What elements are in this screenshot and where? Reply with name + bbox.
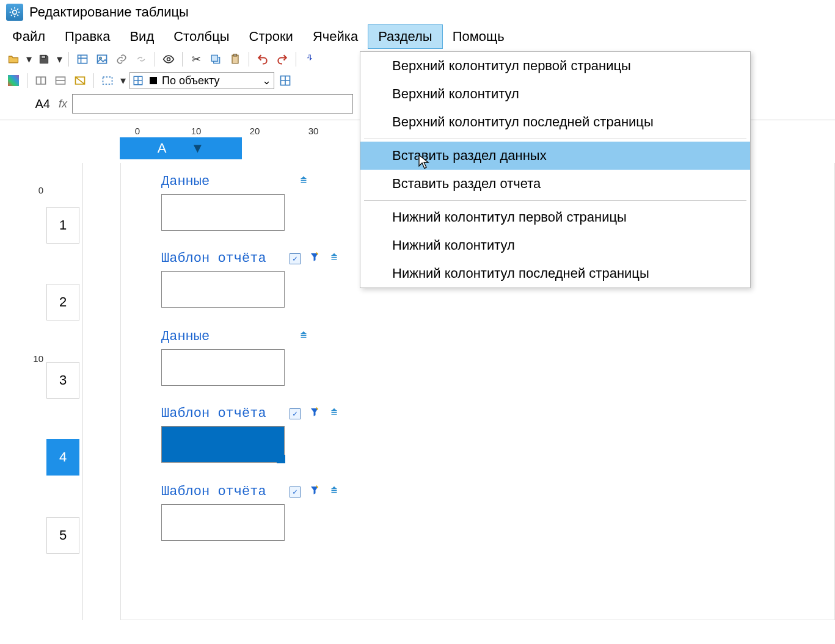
grid-toggle-icon[interactable] (277, 73, 294, 89)
row-number[interactable]: 2 (46, 284, 79, 320)
split-cells-icon[interactable] (52, 73, 69, 89)
border-style-icon[interactable] (99, 73, 116, 89)
cell[interactable] (161, 504, 285, 541)
cell[interactable] (161, 426, 285, 463)
section-title: Шаблон отчёта (161, 406, 290, 421)
svg-rect-2 (78, 55, 87, 63)
download-icon[interactable] (301, 51, 318, 67)
menu-rows[interactable]: Строки (239, 25, 303, 48)
section-title: Данные (161, 174, 290, 189)
vertical-ruler: 010 (30, 163, 46, 620)
row-number[interactable]: 5 (46, 517, 79, 554)
cell[interactable] (161, 194, 285, 231)
svg-rect-7 (211, 55, 217, 61)
app-icon (6, 4, 23, 21)
unlink-icon[interactable] (133, 51, 150, 67)
merge-cells-icon[interactable] (32, 73, 49, 89)
section: Данные (161, 174, 309, 231)
svg-rect-1 (42, 56, 46, 58)
section-header[interactable]: Данные (161, 174, 309, 189)
menu-columns[interactable]: Столбцы (164, 25, 239, 48)
sort-icon[interactable] (329, 485, 340, 499)
dropdown-separator (364, 200, 746, 201)
insert-table-icon[interactable] (74, 51, 91, 67)
sections-dropdown: Верхний колонтитул первой страницыВерхни… (360, 51, 751, 288)
dropdown-separator (364, 139, 746, 139)
dropdown-item[interactable]: Верхний колонтитул (360, 80, 750, 108)
section-header[interactable]: Шаблон отчёта✓ (161, 484, 340, 499)
link-icon[interactable] (113, 51, 130, 67)
dropdown-item[interactable]: Верхний колонтитул последней страницы (360, 108, 750, 136)
fx-label: fx (59, 98, 67, 110)
cell[interactable] (161, 271, 285, 308)
dropdown-item[interactable]: Нижний колонтитул последней страницы (360, 259, 750, 288)
svg-point-0 (13, 10, 17, 15)
open-icon[interactable] (5, 51, 22, 67)
cell[interactable] (161, 349, 285, 386)
column-dropdown-icon[interactable]: ▼ (191, 140, 204, 156)
undo-icon[interactable] (254, 51, 271, 67)
window-title: Редактирование таблицы (29, 4, 189, 20)
color-theme-icon[interactable] (5, 73, 22, 89)
row-number[interactable]: 1 (46, 207, 79, 244)
section-title: Шаблон отчёта (161, 251, 290, 266)
svg-rect-9 (234, 54, 237, 56)
main-menu-bar: Файл Правка Вид Столбцы Строки Ячейка Ра… (0, 24, 835, 49)
insert-image-icon[interactable] (93, 51, 111, 67)
copy-icon[interactable] (207, 51, 224, 67)
menu-help[interactable]: Помощь (443, 25, 514, 48)
row-number[interactable]: 4 (46, 439, 79, 476)
column-header-a[interactable]: A ▼ (120, 137, 242, 159)
checkbox-icon[interactable]: ✓ (290, 408, 301, 419)
row-gutter: 12345 (46, 163, 79, 620)
section-header[interactable]: Шаблон отчёта✓ (161, 406, 340, 421)
filter-icon[interactable] (309, 407, 320, 421)
cut-icon[interactable]: ✂ (188, 51, 205, 67)
section: Шаблон отчёта✓ (161, 251, 340, 308)
svg-point-5 (167, 58, 170, 61)
row-number[interactable]: 3 (46, 362, 79, 399)
section-header[interactable]: Данные (161, 329, 309, 344)
checkbox-icon[interactable]: ✓ (290, 253, 301, 264)
dropdown-item[interactable]: Нижний колонтитул (360, 231, 750, 259)
redo-icon[interactable] (274, 51, 291, 67)
section: Шаблон отчёта✓ (161, 406, 340, 463)
dropdown-item[interactable]: Нижний колонтитул первой страницы (360, 203, 750, 231)
horizontal-ruler: 0 10 20 30 40 (108, 120, 401, 136)
checkbox-icon[interactable]: ✓ (290, 487, 301, 497)
section: Данные (161, 329, 309, 386)
preview-icon[interactable] (160, 51, 177, 67)
section-header[interactable]: Шаблон отчёта✓ (161, 251, 340, 266)
formula-input[interactable] (72, 94, 353, 114)
save-icon[interactable] (35, 51, 53, 67)
menu-sections[interactable]: Разделы (368, 24, 443, 49)
sort-icon[interactable] (298, 175, 309, 189)
chevron-down-icon: ⌄ (262, 74, 271, 87)
menu-cell[interactable]: Ячейка (303, 25, 368, 48)
open-dropdown-icon[interactable]: ▾ (24, 52, 33, 66)
cell-fill-icon[interactable] (71, 73, 89, 89)
sort-icon[interactable] (329, 251, 340, 266)
menu-view[interactable]: Вид (120, 25, 164, 48)
sort-icon[interactable] (329, 407, 340, 421)
dropdown-item[interactable]: Верхний колонтитул первой страницы (360, 52, 750, 80)
cell-reference[interactable]: A4 (5, 97, 54, 111)
fit-mode-combo[interactable]: По объекту ⌄ (129, 72, 274, 89)
save-dropdown-icon[interactable]: ▾ (55, 52, 64, 66)
section: Шаблон отчёта✓ (161, 484, 340, 541)
filter-icon[interactable] (309, 251, 320, 266)
dropdown-item[interactable]: Вставить раздел данных (360, 142, 750, 170)
section-title: Данные (161, 329, 290, 344)
menu-edit[interactable]: Правка (55, 25, 120, 48)
menu-file[interactable]: Файл (2, 25, 55, 48)
filter-icon[interactable] (309, 485, 320, 499)
sort-icon[interactable] (298, 330, 309, 344)
paste-icon[interactable] (227, 51, 244, 67)
section-title: Шаблон отчёта (161, 484, 290, 499)
dropdown-item[interactable]: Вставить раздел отчета (360, 170, 750, 198)
border-dropdown-icon[interactable]: ▾ (119, 74, 127, 87)
svg-rect-13 (103, 77, 112, 84)
